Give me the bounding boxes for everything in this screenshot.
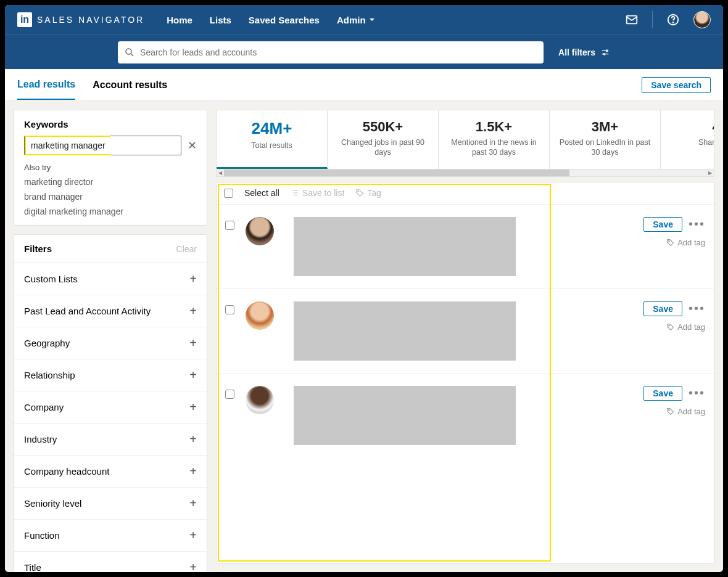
nav-lists[interactable]: Lists bbox=[210, 15, 231, 25]
save-lead-button[interactable]: Save bbox=[643, 301, 682, 316]
result-row: Save ••• Add tag bbox=[217, 205, 714, 289]
row-checkbox[interactable] bbox=[225, 390, 234, 399]
top-nav: in SALES NAVIGATOR Home Lists Saved Sear… bbox=[5, 5, 723, 35]
messages-icon[interactable] bbox=[625, 13, 639, 27]
stat-changed-jobs[interactable]: 550K+ Changed jobs in past 90 days bbox=[328, 110, 439, 169]
user-avatar[interactable] bbox=[693, 11, 711, 28]
filter-company[interactable]: Company+ bbox=[14, 391, 207, 424]
lead-avatar[interactable] bbox=[246, 217, 274, 245]
help-icon[interactable] bbox=[666, 13, 680, 27]
row-checkbox[interactable] bbox=[225, 305, 234, 314]
brand[interactable]: in SALES NAVIGATOR bbox=[17, 12, 144, 27]
search-input[interactable] bbox=[140, 47, 537, 57]
plus-icon: + bbox=[189, 496, 197, 510]
filters-clear-button[interactable]: Clear bbox=[176, 244, 197, 254]
stat-label: Changed jobs in past 90 days bbox=[334, 137, 432, 158]
keywords-input[interactable]: marketing manager bbox=[24, 136, 181, 155]
suggestion-1[interactable]: brand manager bbox=[24, 192, 197, 202]
nav-admin-label: Admin bbox=[337, 15, 366, 25]
chevron-down-icon bbox=[368, 16, 376, 23]
more-actions-icon[interactable]: ••• bbox=[689, 217, 705, 231]
scroll-thumb[interactable] bbox=[224, 170, 569, 176]
save-to-list-label: Save to list bbox=[302, 188, 344, 198]
filter-label: Custom Lists bbox=[24, 274, 78, 284]
stat-label: Posted on LinkedIn in past 30 days bbox=[556, 137, 654, 158]
add-tag-label: Add tag bbox=[677, 407, 705, 416]
add-tag-button[interactable]: Add tag bbox=[666, 322, 705, 332]
filter-seniority-level[interactable]: Seniority level+ bbox=[14, 488, 207, 520]
search-icon bbox=[124, 47, 135, 58]
svg-point-3 bbox=[126, 49, 131, 54]
nav-home[interactable]: Home bbox=[167, 15, 192, 25]
row-checkbox[interactable] bbox=[225, 221, 234, 230]
save-search-button[interactable]: Save search bbox=[642, 77, 711, 93]
nav-saved-searches[interactable]: Saved Searches bbox=[249, 15, 320, 25]
stat-num: 1.5K+ bbox=[445, 119, 543, 135]
add-tag-button[interactable]: Add tag bbox=[666, 407, 705, 416]
tab-account-results[interactable]: Account results bbox=[93, 71, 167, 99]
save-lead-button[interactable]: Save bbox=[643, 217, 682, 232]
scroll-left-icon[interactable]: ◀ bbox=[217, 170, 224, 176]
filter-label: Past Lead and Account Activity bbox=[24, 306, 151, 316]
stats-scrollbar[interactable]: ◀ ▶ bbox=[216, 170, 714, 177]
tag-icon bbox=[666, 323, 674, 331]
save-to-list-button[interactable]: Save to list bbox=[291, 188, 344, 198]
plus-icon: + bbox=[189, 368, 197, 382]
more-actions-icon[interactable]: ••• bbox=[689, 386, 705, 400]
filter-relationship[interactable]: Relationship+ bbox=[14, 359, 207, 391]
tab-lead-results[interactable]: Lead results bbox=[17, 70, 75, 100]
stat-label: Total results bbox=[223, 141, 321, 150]
stat-num: 24M+ bbox=[223, 119, 321, 138]
sliders-icon bbox=[600, 47, 610, 57]
stat-mentioned-news[interactable]: 1.5K+ Mentioned in the news in past 30 d… bbox=[439, 110, 550, 169]
keywords-clear-icon[interactable]: ✕ bbox=[188, 139, 197, 152]
svg-point-5 bbox=[603, 53, 605, 55]
results-list: Select all Save to list Tag bbox=[216, 182, 714, 564]
filter-label: Company bbox=[24, 402, 64, 412]
svg-point-6 bbox=[358, 191, 359, 192]
filter-custom-lists[interactable]: Custom Lists+ bbox=[14, 263, 207, 295]
tag-button[interactable]: Tag bbox=[355, 188, 381, 198]
select-all-checkbox[interactable] bbox=[224, 189, 233, 198]
divider bbox=[652, 11, 653, 28]
suggestion-2[interactable]: digital marketing manager bbox=[24, 207, 197, 216]
filter-label: Title bbox=[24, 562, 41, 572]
all-filters-button[interactable]: All filters bbox=[558, 47, 610, 57]
filter-company-headcount[interactable]: Company headcount+ bbox=[14, 456, 207, 488]
tag-label: Tag bbox=[367, 188, 381, 198]
stat-posted-linkedin[interactable]: 3M+ Posted on LinkedIn in past 30 days bbox=[550, 110, 661, 169]
tag-icon bbox=[666, 407, 674, 415]
lead-details-redacted bbox=[294, 217, 516, 276]
filter-title[interactable]: Title+ bbox=[14, 552, 207, 572]
stat-share-exp[interactable]: 4 Share exp bbox=[661, 110, 714, 169]
plus-icon: + bbox=[189, 272, 197, 286]
scroll-right-icon[interactable]: ▶ bbox=[706, 170, 714, 176]
nav-admin[interactable]: Admin bbox=[337, 15, 376, 25]
list-icon bbox=[291, 189, 299, 197]
suggestion-0[interactable]: marketing director bbox=[24, 177, 197, 187]
filter-label: Function bbox=[24, 530, 60, 541]
filter-geography[interactable]: Geography+ bbox=[14, 327, 207, 359]
add-tag-button[interactable]: Add tag bbox=[666, 238, 705, 247]
more-actions-icon[interactable]: ••• bbox=[689, 301, 705, 316]
tag-icon bbox=[355, 189, 364, 197]
filter-industry[interactable]: Industry+ bbox=[14, 424, 207, 456]
stat-label: Mentioned in the news in past 30 days bbox=[445, 137, 543, 158]
global-search[interactable] bbox=[118, 41, 544, 63]
save-lead-button[interactable]: Save bbox=[643, 386, 682, 401]
results-header: Select all Save to list Tag bbox=[217, 182, 714, 205]
stat-num: 550K+ bbox=[334, 119, 432, 135]
lead-avatar[interactable] bbox=[246, 386, 274, 414]
result-row: Save ••• Add tag bbox=[217, 374, 714, 457]
filter-past-activity[interactable]: Past Lead and Account Activity+ bbox=[14, 295, 207, 327]
plus-icon: + bbox=[189, 336, 197, 350]
stat-total-results[interactable]: 24M+ Total results bbox=[217, 110, 328, 169]
select-all-label: Select all bbox=[244, 188, 279, 198]
filter-function[interactable]: Function+ bbox=[14, 520, 207, 552]
filter-label: Industry bbox=[24, 434, 57, 444]
svg-point-8 bbox=[669, 325, 670, 326]
add-tag-label: Add tag bbox=[677, 322, 705, 332]
svg-point-9 bbox=[669, 409, 670, 411]
lead-avatar[interactable] bbox=[246, 301, 274, 330]
search-row: All filters bbox=[5, 35, 723, 69]
